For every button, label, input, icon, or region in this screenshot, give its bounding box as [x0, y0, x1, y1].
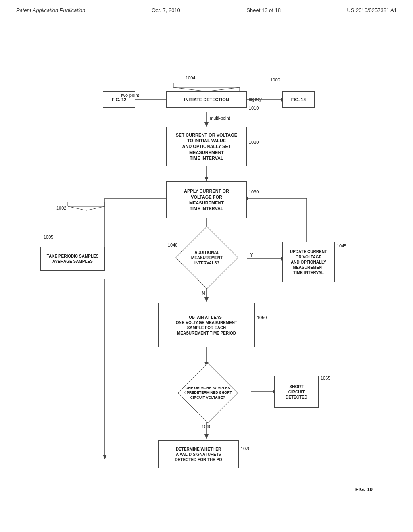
svg-marker-9 — [204, 297, 209, 302]
fig-caption: FIG. 10 — [355, 486, 373, 493]
label-1065: 1065 — [321, 376, 330, 380]
short-check-text: ONE OR MORE SAMPLES < PREDETERMINED SHOR… — [184, 386, 232, 400]
determine-box: DETERMINE WHETHER A VALID SIGNATURE IS D… — [158, 440, 239, 468]
multi-point-label: multi-point — [210, 116, 230, 121]
label-1005: 1005 — [44, 235, 53, 239]
label-1040: 1040 — [168, 243, 177, 247]
svg-marker-3 — [204, 177, 209, 181]
label-1002: 1002 — [56, 206, 66, 210]
label-1045: 1045 — [337, 243, 346, 248]
short-check-diamond-container: ONE OR MORE SAMPLES < PREDETERMINED SHOR… — [177, 363, 238, 423]
obtain-box: OBTAIN AT LEAST ONE VOLTAGE MEASUREMENT … — [158, 303, 255, 347]
svg-line-33 — [68, 206, 86, 210]
label-1030: 1030 — [249, 189, 259, 194]
publication-label: Patent Application Publication — [16, 7, 86, 13]
svg-line-34 — [86, 206, 105, 210]
label-1020: 1020 — [249, 140, 259, 145]
legacy-label: legacy — [249, 97, 262, 102]
diagram-area: N Y 1000 1004 FIG. 12 INITIATE DETECTION… — [0, 21, 413, 517]
sheet-label: Sheet 13 of 18 — [246, 7, 281, 13]
update-current-box: UPDATE CURRENT OR VOLTAGE AND OPTIONALLY… — [282, 242, 335, 282]
short-detected-box: SHORT CIRCUIT DETECTED — [274, 376, 319, 408]
label-1050: 1050 — [257, 315, 267, 320]
additional-diamond-text: ADDITIONAL MEASUREMENT INTERVALS? — [190, 249, 223, 266]
label-1070: 1070 — [241, 446, 250, 451]
two-point-label: two-point — [121, 93, 139, 98]
set-current-box: SET CURRENT OR VOLTAGE TO INITIAL VALUE … — [166, 127, 247, 166]
svg-line-29 — [206, 87, 240, 91]
apply-current-box: APPLY CURRENT OR VOLTAGE FOR MEASUREMENT… — [166, 181, 247, 218]
label-1004: 1004 — [186, 75, 195, 80]
fig14-box: FIG. 14 — [282, 91, 315, 108]
svg-text:Y: Y — [250, 252, 253, 258]
svg-line-28 — [173, 87, 206, 91]
svg-text:N: N — [202, 291, 205, 296]
take-samples-box: TAKE PERIODIC SAMPLES AVERAGE SAMPLES — [40, 247, 105, 271]
initiate-detection-box: INITIATE DETECTION — [166, 91, 247, 108]
page-header: Patent Application Publication Oct. 7, 2… — [0, 0, 413, 17]
svg-marker-20 — [204, 434, 209, 439]
label-1010: 1010 — [249, 106, 259, 110]
label-1000: 1000 — [270, 77, 280, 82]
date-label: Oct. 7, 2010 — [152, 7, 180, 13]
additional-diamond-container: ADDITIONAL MEASUREMENT INTERVALS? — [183, 233, 231, 282]
svg-marker-1 — [204, 122, 209, 127]
svg-marker-36 — [103, 455, 107, 459]
label-1060: 1060 — [202, 424, 211, 429]
patent-label: US 2010/0257381 A1 — [347, 7, 397, 13]
